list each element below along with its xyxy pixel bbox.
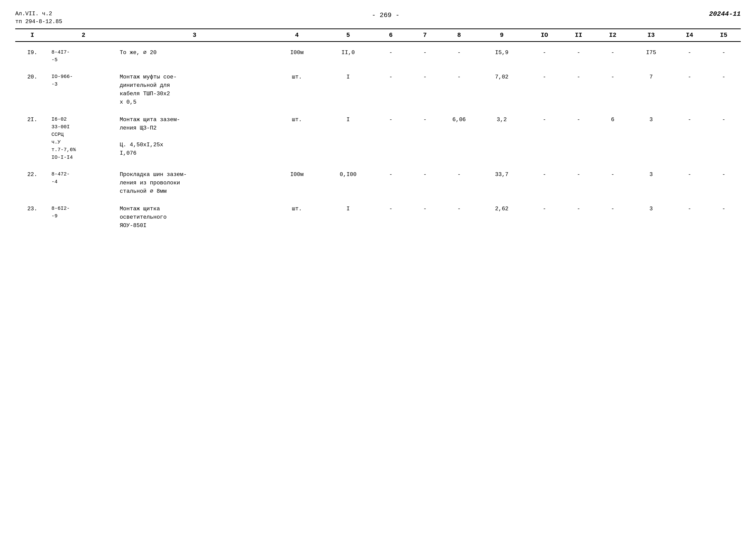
row-spacer-4 xyxy=(15,198,741,203)
cell-0-10: - xyxy=(561,46,595,66)
col-header-8: 8 xyxy=(442,29,476,41)
cell-2-10: - xyxy=(561,114,595,163)
header-left-line2: тп 294-8-12.85 xyxy=(15,18,62,26)
row-spacer-1 xyxy=(15,66,741,71)
cell-4-4: I xyxy=(323,203,374,232)
table-row-0: I9.8-4I7- -5То же, ∅ 20I00мII,0---I5,9--… xyxy=(15,46,741,66)
cell-0-9: - xyxy=(527,46,561,66)
main-table: I 2 3 4 5 6 7 8 9 IO II I2 I3 I4 I5 I9.8… xyxy=(15,28,741,232)
cell-0-4: II,0 xyxy=(323,46,374,66)
cell-3-3: I00м xyxy=(271,168,323,198)
header-center: - 269 - xyxy=(372,11,399,19)
cell-3-13: - xyxy=(672,168,706,198)
col-header-10: IO xyxy=(527,29,561,41)
main-table-container: I 2 3 4 5 6 7 8 9 IO II I2 I3 I4 I5 I9.8… xyxy=(15,28,741,232)
page-header: Ал.VII. ч.2 тп 294-8-12.85 - 269 - 20244… xyxy=(15,10,741,26)
cell-0-5: - xyxy=(374,46,408,66)
col-header-15: I5 xyxy=(707,29,741,41)
cell-1-1: IO-966- -3 xyxy=(49,71,118,108)
cell-3-10: - xyxy=(561,168,595,198)
cell-2-12: 3 xyxy=(630,114,672,163)
cell-4-3: шт. xyxy=(271,203,323,232)
cell-3-7: - xyxy=(442,168,476,198)
cell-3-12: 3 xyxy=(630,168,672,198)
cell-2-0: 2I. xyxy=(15,114,49,163)
row-spacer-3 xyxy=(15,163,741,168)
cell-1-2: Монтаж муфты сое- динительной для кабеля… xyxy=(118,71,271,108)
cell-4-1: 8-6I2- -9 xyxy=(49,203,118,232)
col-header-3: 3 xyxy=(118,29,271,41)
cell-1-6: - xyxy=(408,71,442,108)
cell-0-0: I9. xyxy=(15,46,49,66)
column-header-row: I 2 3 4 5 6 7 8 9 IO II I2 I3 I4 I5 xyxy=(15,29,741,41)
cell-2-7: 6,06 xyxy=(442,114,476,163)
cell-4-12: 3 xyxy=(630,203,672,232)
cell-1-3: шт. xyxy=(271,71,323,108)
cell-3-8: 33,7 xyxy=(476,168,527,198)
row-spacer-2 xyxy=(15,108,741,114)
header-left-line1: Ал.VII. ч.2 xyxy=(15,10,62,18)
cell-3-14: - xyxy=(707,168,741,198)
col-header-14: I4 xyxy=(672,29,706,41)
cell-0-11: - xyxy=(596,46,630,66)
cell-0-2: То же, ∅ 20 xyxy=(118,46,271,66)
cell-1-12: 7 xyxy=(630,71,672,108)
row-spacer-0 xyxy=(15,41,741,46)
cell-4-5: - xyxy=(374,203,408,232)
cell-4-9: - xyxy=(527,203,561,232)
col-header-4: 4 xyxy=(271,29,323,41)
cell-4-6: - xyxy=(408,203,442,232)
table-row-4: 23.8-6I2- -9Монтаж щитка осветительного … xyxy=(15,203,741,232)
cell-3-11: - xyxy=(596,168,630,198)
cell-4-8: 2,62 xyxy=(476,203,527,232)
cell-0-8: I5,9 xyxy=(476,46,527,66)
cell-3-5: - xyxy=(374,168,408,198)
cell-1-14: - xyxy=(707,71,741,108)
cell-1-11: - xyxy=(596,71,630,108)
header-right: 20244-11 xyxy=(709,10,741,18)
cell-0-13: - xyxy=(672,46,706,66)
col-header-11: II xyxy=(561,29,595,41)
cell-1-4: I xyxy=(323,71,374,108)
col-header-9: 9 xyxy=(476,29,527,41)
cell-4-7: - xyxy=(442,203,476,232)
cell-0-3: I00м xyxy=(271,46,323,66)
cell-2-1: I6-02 33-00I ССРЦ ч.У т.7-7,6% IO-I-I4 xyxy=(49,114,118,163)
cell-3-0: 22. xyxy=(15,168,49,198)
cell-1-9: - xyxy=(527,71,561,108)
cell-1-7: - xyxy=(442,71,476,108)
col-header-12: I2 xyxy=(596,29,630,41)
cell-1-13: - xyxy=(672,71,706,108)
cell-4-10: - xyxy=(561,203,595,232)
cell-4-13: - xyxy=(672,203,706,232)
cell-2-11: 6 xyxy=(596,114,630,163)
table-row-1: 20.IO-966- -3Монтаж муфты сое- динительн… xyxy=(15,71,741,108)
col-header-13: I3 xyxy=(630,29,672,41)
header-left: Ал.VII. ч.2 тп 294-8-12.85 xyxy=(15,10,62,26)
col-header-1: I xyxy=(15,29,49,41)
cell-2-4: I xyxy=(323,114,374,163)
cell-0-14: - xyxy=(707,46,741,66)
cell-1-5: - xyxy=(374,71,408,108)
cell-3-1: 8-472- -4 xyxy=(49,168,118,198)
cell-4-2: Монтаж щитка осветительного ЯОУ-850I xyxy=(118,203,271,232)
cell-0-1: 8-4I7- -5 xyxy=(49,46,118,66)
cell-1-0: 20. xyxy=(15,71,49,108)
cell-2-9: - xyxy=(527,114,561,163)
cell-0-7: - xyxy=(442,46,476,66)
col-header-5: 5 xyxy=(323,29,374,41)
cell-1-10: - xyxy=(561,71,595,108)
cell-2-3: шт. xyxy=(271,114,323,163)
table-row-3: 22.8-472- -4Прокладка шин зазем- ления и… xyxy=(15,168,741,198)
cell-3-2: Прокладка шин зазем- ления из проволоки … xyxy=(118,168,271,198)
cell-1-8: 7,02 xyxy=(476,71,527,108)
cell-3-6: - xyxy=(408,168,442,198)
cell-2-2: Монтаж щита зазем- ления ЩЗ-П2 Ц. 4,50хI… xyxy=(118,114,271,163)
cell-0-6: - xyxy=(408,46,442,66)
cell-4-14: - xyxy=(707,203,741,232)
cell-4-11: - xyxy=(596,203,630,232)
cell-0-12: I75 xyxy=(630,46,672,66)
table-row-2: 2I.I6-02 33-00I ССРЦ ч.У т.7-7,6% IO-I-I… xyxy=(15,114,741,163)
col-header-7: 7 xyxy=(408,29,442,41)
cell-2-8: 3,2 xyxy=(476,114,527,163)
